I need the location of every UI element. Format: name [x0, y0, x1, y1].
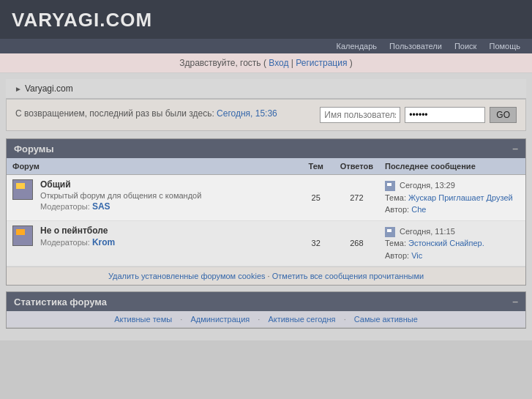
- forums-section-title: Форумы: [14, 143, 54, 154]
- password-input[interactable]: [405, 107, 485, 123]
- last-visit: Сегодня, 15:36: [217, 108, 277, 119]
- last-post-topic-link[interactable]: Жускар Приглашает Друзей: [408, 193, 513, 202]
- forum-replies-count: 268: [334, 220, 379, 266]
- last-post-topic-label: Тема:: [385, 239, 406, 247]
- actions-separator: ·: [266, 272, 272, 280]
- table-row: Общий Открытый форум для общения с коман…: [7, 175, 525, 221]
- nav-users[interactable]: Пользователи: [389, 42, 442, 51]
- stats-nav-item[interactable]: Активные сегодня: [268, 315, 335, 324]
- forum-name-cell: Общий Открытый форум для общения с коман…: [7, 175, 298, 221]
- col-replies: Ответов: [334, 158, 379, 175]
- forum-table: Форум Тем Ответов Последнее сообщение Об…: [7, 158, 525, 266]
- forum-moderators: Модераторы: SAS: [40, 201, 201, 212]
- last-post-time: Сегодня, 13:29: [400, 181, 455, 190]
- breadcrumb: ► Varyagi.com: [6, 79, 526, 99]
- login-link[interactable]: Вход: [269, 58, 288, 68]
- login-message: С возвращением, последний раз вы были зд…: [15, 107, 277, 121]
- welcome-bar: Здравствуйте, гость ( Вход | Регистрация…: [0, 53, 532, 73]
- login-widget: С возвращением, последний раз вы были зд…: [6, 99, 526, 131]
- forum-table-header-row: Форум Тем Ответов Последнее сообщение: [7, 158, 525, 175]
- col-topics: Тем: [298, 158, 334, 175]
- login-button[interactable]: GO: [490, 107, 517, 123]
- login-message-prefix: С возвращением, последний раз вы были зд…: [15, 108, 217, 119]
- welcome-text: Здравствуйте, гость (: [179, 58, 269, 68]
- breadcrumb-arrow: ►: [15, 85, 22, 93]
- main-content: ► Varyagi.com С возвращением, последний …: [0, 73, 532, 340]
- delete-cookies-link[interactable]: Удалить установленные форумом cookies: [108, 272, 266, 280]
- table-row: Не о пейнтболе Модераторы: Krom 32 268 С…: [7, 220, 525, 266]
- forum-name-cell: Не о пейнтболе Модераторы: Krom: [7, 220, 298, 266]
- site-title: VARYAGI.COM: [12, 9, 520, 31]
- last-post-time: Сегодня, 11:15: [400, 227, 455, 236]
- moderator-link[interactable]: Krom: [92, 237, 115, 247]
- forum-last-post: Сегодня, 13:29 Тема: Жускар Приглашает Д…: [379, 175, 525, 221]
- col-forum: Форум: [7, 158, 298, 175]
- last-post-author-link[interactable]: Che: [411, 205, 426, 214]
- moderator-link[interactable]: SAS: [92, 201, 110, 212]
- forum-topics-count: 32: [298, 220, 334, 266]
- forum-replies-count: 272: [334, 175, 379, 221]
- top-nav: Календарь Пользователи Поиск Помощь: [0, 39, 532, 53]
- username-input[interactable]: [320, 107, 400, 123]
- forum-last-post: Сегодня, 11:15 Тема: Эстонский Снайпер. …: [379, 220, 525, 266]
- forum-moderators: Модераторы: Krom: [40, 237, 115, 247]
- nav-help[interactable]: Помощь: [490, 42, 521, 51]
- forum-link[interactable]: Не о пейнтболе: [40, 225, 108, 236]
- stats-nav: Активные темы · Администрация · Активные…: [7, 311, 525, 328]
- site-header: VARYAGI.COM: [0, 0, 532, 39]
- actions-bar: Удалить установленные форумом cookies · …: [7, 266, 525, 285]
- forum-link[interactable]: Общий: [40, 179, 71, 190]
- forums-section: Форумы – Форум Тем Ответов Последнее соо…: [6, 138, 526, 286]
- stats-section-title: Статистика форума: [14, 297, 107, 307]
- welcome-text-end: ): [347, 58, 352, 68]
- stats-section: Статистика форума – Активные темы · Адми…: [6, 291, 526, 329]
- forum-icon: [12, 225, 33, 246]
- col-last-post: Последнее сообщение: [379, 158, 525, 175]
- stats-nav-separator: ·: [178, 315, 184, 324]
- register-link[interactable]: Регистрация: [296, 58, 347, 68]
- last-post-topic-label: Тема:: [385, 193, 406, 202]
- stats-nav-item[interactable]: Активные темы: [114, 315, 172, 324]
- forum-icon: [12, 179, 33, 200]
- stats-collapse-icon[interactable]: –: [512, 296, 518, 307]
- stats-section-header: Статистика форума –: [7, 292, 525, 311]
- last-post-icon: [385, 181, 395, 191]
- last-post-author-label: Автор:: [385, 205, 409, 214]
- stats-nav-separator: ·: [342, 315, 348, 324]
- login-form: GO: [320, 107, 517, 123]
- collapse-icon[interactable]: –: [512, 143, 518, 154]
- last-post-icon: [385, 227, 395, 237]
- forum-description: Открытый форум для общения с командой: [40, 191, 201, 200]
- last-post-topic-link[interactable]: Эстонский Снайпер.: [408, 239, 484, 247]
- stats-nav-separator: ·: [255, 315, 262, 324]
- welcome-separator: |: [288, 58, 296, 68]
- breadcrumb-home[interactable]: Varyagi.com: [25, 83, 73, 94]
- stats-nav-item[interactable]: Администрация: [190, 315, 250, 324]
- forum-topics-count: 25: [298, 175, 334, 221]
- mark-read-link[interactable]: Отметить все сообщения прочитанными: [272, 272, 424, 280]
- last-post-author-link[interactable]: Vic: [411, 251, 422, 260]
- forums-section-header: Форумы –: [7, 139, 525, 158]
- nav-calendar[interactable]: Календарь: [337, 42, 378, 51]
- nav-search[interactable]: Поиск: [454, 42, 476, 51]
- last-post-author-label: Автор:: [385, 251, 409, 260]
- stats-nav-item[interactable]: Самые активные: [354, 315, 418, 324]
